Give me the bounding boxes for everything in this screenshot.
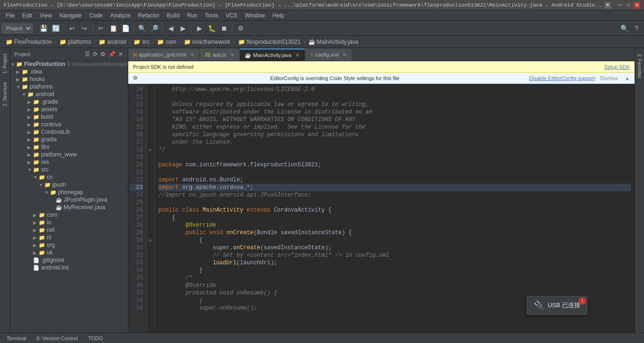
code-content[interactable]: http://www.apache.org/licenses/LICENSE-2… <box>155 84 635 333</box>
toolbar-redo[interactable]: ↪ <box>79 23 90 34</box>
tree-root[interactable]: 📁 FlexProduction D:\Dev\sourcecode\Ionic… <box>10 60 128 68</box>
toolbar-save[interactable]: 💾 <box>38 23 49 34</box>
tree-org[interactable]: 📁 org <box>10 241 128 249</box>
collapse-all-button[interactable]: ☰ <box>84 50 91 58</box>
sidebar-tab-structure[interactable]: 2: Structure <box>1 78 9 110</box>
tab-close-application-grid[interactable]: ✕ <box>190 51 195 58</box>
toolbar-sync[interactable]: 🔄 <box>50 23 61 34</box>
project-selector[interactable]: Project <box>2 24 33 33</box>
breadcrumb-android[interactable]: 📁 android <box>97 38 128 46</box>
tree-uk[interactable]: 📁 uk <box>10 249 128 256</box>
pin-button[interactable]: 📌 <box>107 50 116 58</box>
menu-tools[interactable]: Tools <box>201 10 222 21</box>
toolbar-back[interactable]: ◀ <box>165 23 176 34</box>
code-line-10: http://www.apache.org/licenses/LICENSE-2… <box>158 86 631 93</box>
menu-refactor[interactable]: Refactor <box>134 10 163 21</box>
code-line-23: import org.apache.cordova.*; <box>158 184 631 191</box>
tree-net[interactable]: 📁 net <box>10 226 128 234</box>
tree-io[interactable]: 📁 io <box>10 219 128 226</box>
tree-com[interactable]: 📁 com <box>10 211 128 219</box>
idea-arrow <box>16 69 22 74</box>
menu-view[interactable]: View <box>36 10 56 21</box>
toolbar-search-everywhere[interactable]: 🔍 <box>619 23 630 34</box>
close-panel-button[interactable]: ✕ <box>117 50 124 58</box>
tab-close-config-xml[interactable]: ✕ <box>342 51 347 58</box>
dismiss-editorconfig-button[interactable]: Dismiss <box>600 75 619 81</box>
menu-build[interactable]: Build <box>163 10 183 21</box>
toolbar-help[interactable]: ? <box>631 23 642 34</box>
toolbar-stop[interactable]: ⏹ <box>218 23 230 34</box>
tree-src[interactable]: 📁 src <box>10 166 128 173</box>
breadcrumb-project[interactable]: 📁 FlexProduction <box>4 38 54 46</box>
menu-code[interactable]: Code <box>85 10 107 21</box>
tree-platform-www[interactable]: 📁 platform_www <box>10 151 128 158</box>
breadcrumb-mainactivity[interactable]: ☕ MainActivity.java <box>306 38 360 46</box>
menu-edit[interactable]: Edit <box>18 10 36 21</box>
sidebar-tab-project[interactable]: 1: Project <box>1 50 9 77</box>
tree-res[interactable]: 📁 res <box>10 158 128 166</box>
tab-close-mainactivity[interactable]: ✕ <box>295 52 300 58</box>
setup-sdk-link[interactable]: Setup SDK <box>604 64 630 70</box>
tree-cordovalib[interactable]: 📁 CordovaLib <box>10 128 128 136</box>
breadcrumb-src[interactable]: 📁 src <box>132 38 151 46</box>
sidebar-tab-favorites[interactable]: 2: Favorites <box>636 50 644 82</box>
toolbar-paste[interactable]: 📄 <box>120 23 131 34</box>
menu-navigate[interactable]: Navigate <box>56 10 85 21</box>
tree-hooks[interactable]: 📁 hooks <box>10 75 128 83</box>
settings-button[interactable]: ⚙ <box>99 50 107 58</box>
tab-mainactivity[interactable]: ☕ MainActivity.java ✕ <box>240 49 305 61</box>
tab-config-xml[interactable]: X config.xml ✕ <box>305 49 352 61</box>
tree-cordova[interactable]: 📁 cordova <box>10 121 128 128</box>
tree-myreceiver[interactable]: ☕ MyReceiver.java <box>10 204 128 211</box>
todo-tab[interactable]: TODO <box>85 335 106 342</box>
sync-button[interactable]: ⟳ <box>92 50 99 58</box>
breadcrumb-ionicframework[interactable]: 📁 ionicframework <box>182 38 232 46</box>
terminal-tab[interactable]: Terminal <box>4 335 29 342</box>
menu-analyze[interactable]: Analyze <box>107 10 134 21</box>
menu-window[interactable]: Window <box>241 10 269 21</box>
breadcrumb-com[interactable]: 📁 com <box>155 38 178 46</box>
toolbar-forward[interactable]: ▶ <box>177 23 189 34</box>
breadcrumb-platforms[interactable]: 📁 platforms <box>58 38 93 46</box>
tree-jpushplugin[interactable]: ☕ JPushPlugin.java <box>10 196 128 204</box>
tree-platforms[interactable]: 📁 platforms <box>10 83 128 90</box>
menu-help[interactable]: Help <box>269 10 288 21</box>
breadcrumb-flexproduction[interactable]: 📁 flexproduction513021 <box>236 38 303 46</box>
tree-nl[interactable]: 📁 nl <box>10 234 128 241</box>
toolbar-run[interactable]: ▶ <box>194 23 205 34</box>
code-line-28: @Override <box>158 221 631 229</box>
minimize-button[interactable]: ─ <box>617 2 623 8</box>
tab-application-grid[interactable]: H application_grid.html ✕ <box>128 49 200 61</box>
toolbar-search[interactable]: 🔍 <box>136 23 148 34</box>
toolbar-undo[interactable]: ↩ <box>66 23 78 34</box>
tree-gitignore[interactable]: 📄 .gitignore <box>10 256 128 264</box>
menu-vcs[interactable]: VCS <box>222 10 241 21</box>
maximize-button[interactable]: □ <box>625 2 632 8</box>
tree-phonegap[interactable]: 📁 phonegap <box>10 188 128 196</box>
toolbar-cut[interactable]: ✂ <box>95 23 107 34</box>
editorconfig-collapse-button[interactable]: ▲ <box>625 75 630 81</box>
tree-cn[interactable]: 📁 cn <box>10 173 128 181</box>
tab-close-app-js[interactable]: ✕ <box>230 51 235 58</box>
tab-app-js[interactable]: JS app.js ✕ <box>200 49 240 61</box>
close-button[interactable]: ✕ <box>634 2 640 8</box>
tree-idea[interactable]: 📁 .idea <box>10 68 128 75</box>
toolbar-replace[interactable]: 🔎 <box>149 23 160 34</box>
menu-run[interactable]: Run <box>183 10 201 21</box>
tree-jpush[interactable]: 📁 jpush <box>10 181 128 188</box>
tree-android-iml[interactable]: 📄 android.iml <box>10 264 128 271</box>
menu-file[interactable]: File <box>2 10 18 21</box>
toolbar-copy[interactable]: 📋 <box>107 23 119 34</box>
tree-gradle[interactable]: 📁 gradle <box>10 136 128 143</box>
tree-assets[interactable]: 📁 assets <box>10 106 128 113</box>
toolbar-settings[interactable]: ⚙ <box>235 23 246 34</box>
tree-libs[interactable]: 📁 libs <box>10 143 128 151</box>
version-control-tab[interactable]: 9: Version Control <box>34 335 81 342</box>
tree-build[interactable]: 📁 build <box>10 113 128 121</box>
toolbar-debug[interactable]: 🐛 <box>206 23 217 34</box>
tree-gradle-hidden[interactable]: 📁 .gradle <box>10 98 128 106</box>
tree-android[interactable]: 📁 android <box>10 90 128 98</box>
ln-34: 34 <box>130 267 143 274</box>
disable-editorconfig-link[interactable]: Disable EditorConfig support <box>529 75 595 81</box>
gutter-12 <box>147 101 154 108</box>
